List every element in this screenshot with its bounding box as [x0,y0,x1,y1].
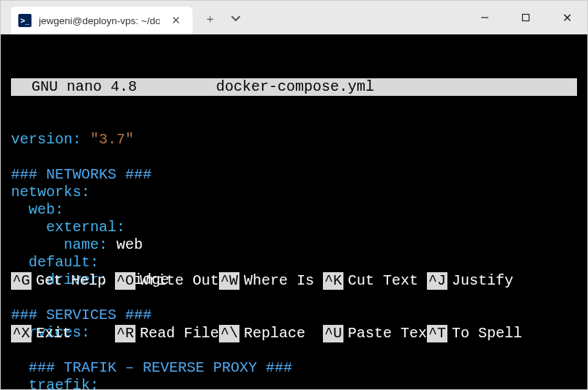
close-button[interactable]: ✕ [546,1,587,34]
hotkey-label: Paste Tex [348,325,427,342]
tab-close-button[interactable]: ✕ [167,12,185,29]
nano-app-name: GNU nano 4.8 [14,78,137,96]
help-row-1: ^GGet Help ^OWrite Out ^WWhere Is ^KCut … [11,272,577,290]
hotkey: ^J [427,272,447,290]
hotkey: ^\ [219,325,239,342]
yaml-comment: ### NETWORKS ### [11,166,152,183]
hotkey-label: Write Out [140,272,219,290]
terminal-window: >_ jewgeni@deployn-vps: ~/docke ✕ ＋ ✕ GN… [0,0,588,390]
yaml-string: "3.7" [81,131,134,148]
hotkey-label: Read File [140,325,219,342]
hotkey: ^K [323,272,343,290]
svg-rect-1 [523,15,529,21]
hotkey-label: To Spell [452,325,522,342]
tab-title: jewgeni@deployn-vps: ~/docke [39,15,160,26]
hotkey: ^T [427,325,447,342]
yaml-key: external: [11,219,125,236]
hotkey: ^R [115,325,135,342]
nano-help-bar: ^GGet Help ^OWrite Out ^WWhere Is ^KCut … [11,237,577,378]
maximize-button[interactable] [505,1,546,34]
yaml-key: traefik: [11,377,99,389]
terminal-body[interactable]: GNU nano 4.8docker-compose.yml version: … [1,34,587,389]
hotkey-label: Where Is [244,272,314,290]
minimize-button[interactable] [464,1,505,34]
hotkey-label: Replace [244,325,305,342]
yaml-key: web: [11,201,64,218]
tab-dropdown-button[interactable] [231,13,241,26]
hotkey-label: Justify [452,272,513,290]
yaml-key: networks: [11,184,90,200]
hotkey: ^U [323,325,343,342]
hotkey: ^W [219,272,239,290]
nano-header: GNU nano 4.8docker-compose.yml [11,78,577,96]
powershell-icon: >_ [18,14,31,27]
titlebar: >_ jewgeni@deployn-vps: ~/docke ✕ ＋ ✕ [1,1,587,34]
hotkey-label: Get Help [36,272,106,290]
hotkey: ^O [115,272,135,290]
yaml-key: version: [11,131,81,148]
hotkey-label: Exit [36,325,71,342]
hotkey: ^G [11,272,31,290]
nano-filename: docker-compose.yml [216,78,374,96]
new-tab-button[interactable]: ＋ [204,12,216,27]
help-row-2: ^XExit ^RRead File ^\Replace ^UPaste Tex… [11,325,577,342]
hotkey: ^X [11,325,31,342]
window-controls: ✕ [464,1,587,34]
hotkey-label: Cut Text [348,272,418,290]
tab-controls: ＋ [204,12,241,27]
tab-active[interactable]: >_ jewgeni@deployn-vps: ~/docke ✕ [11,7,193,34]
